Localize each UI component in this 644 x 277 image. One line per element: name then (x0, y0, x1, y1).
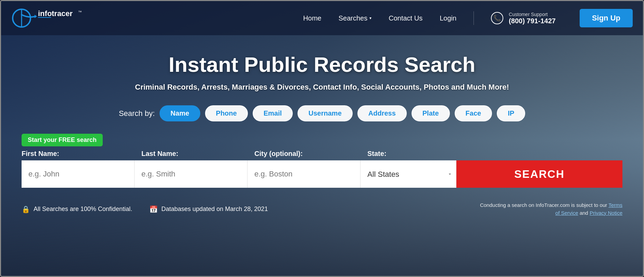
first-name-input[interactable] (22, 160, 135, 188)
search-button[interactable]: SEARCH (456, 160, 622, 188)
free-search-badge: Start your FREE search (22, 134, 103, 146)
tab-name[interactable]: Name (160, 105, 200, 121)
calendar-icon: 📅 (149, 205, 158, 213)
nav-links: Home Searches ▾ Contact Us Login 📞 Custo… (303, 9, 633, 27)
last-name-input[interactable] (135, 160, 248, 188)
label-city: City (optional): (248, 150, 361, 158)
hero-content: Instant Public Records Search Criminal R… (1, 35, 643, 128)
phone-icon: 📞 (491, 12, 503, 24)
support-label: Customer Support (509, 12, 556, 17)
svg-marker-2 (35, 15, 37, 18)
and-text: and (580, 210, 588, 216)
nav-searches[interactable]: Searches ▾ (339, 14, 372, 22)
searches-chevron: ▾ (369, 16, 371, 21)
logo-area: info tracer ™ (11, 8, 87, 28)
confidential-item: 🔒 All Searches are 100% Confidential. (22, 205, 132, 213)
nav-home[interactable]: Home (303, 14, 321, 22)
page-wrapper: info tracer ™ Home Searches ▾ Contact Us… (0, 0, 644, 277)
nav-divider (473, 11, 474, 25)
footer-right: Conducting a search on InfoTracer.com is… (479, 201, 622, 217)
svg-text:™: ™ (78, 10, 82, 14)
form-labels-row: First Name: Last Name: City (optional): … (22, 150, 622, 158)
support-info: Customer Support (800) 791-1427 (509, 12, 556, 25)
privacy-notice-link[interactable]: Privacy Notice (590, 210, 622, 216)
lock-icon: 🔒 (22, 205, 30, 213)
nav-contact[interactable]: Contact Us (389, 14, 422, 22)
tab-address[interactable]: Address (357, 105, 407, 121)
navbar: info tracer ™ Home Searches ▾ Contact Us… (1, 1, 643, 35)
footer-left: 🔒 All Searches are 100% Confidential. 📅 … (22, 205, 268, 213)
label-last-name: Last Name: (135, 150, 248, 158)
hero-title: Instant Public Records Search (15, 52, 629, 77)
tab-face[interactable]: Face (455, 105, 492, 121)
tab-plate[interactable]: Plate (412, 105, 450, 121)
tab-ip[interactable]: IP (497, 105, 525, 121)
database-item: 📅 Databases updated on March 28, 2021 (149, 205, 268, 213)
terms-text: Conducting a search on InfoTracer.com is… (480, 202, 607, 208)
support-area: 📞 Customer Support (800) 791-1427 (491, 12, 556, 25)
footer-info-row: 🔒 All Searches are 100% Confidential. 📅 … (1, 198, 643, 224)
city-input[interactable] (248, 160, 361, 188)
database-text: Databases updated on March 28, 2021 (161, 206, 268, 213)
support-number[interactable]: (800) 791-1427 (509, 17, 556, 25)
search-by-label: Search by: (119, 109, 155, 118)
logo-svg[interactable]: info tracer ™ (11, 8, 87, 28)
confidential-text: All Searches are 100% Confidential. (34, 206, 132, 213)
form-inputs-row: All States Alabama Alaska Arizona Arkans… (22, 160, 622, 188)
nav-login[interactable]: Login (440, 14, 456, 22)
signup-button[interactable]: Sign Up (580, 9, 633, 27)
state-select[interactable]: All States Alabama Alaska Arizona Arkans… (361, 160, 456, 188)
svg-text:info: info (38, 9, 52, 18)
search-form-area: Start your FREE search First Name: Last … (1, 128, 643, 198)
tab-username[interactable]: Username (298, 105, 353, 121)
tab-email[interactable]: Email (253, 105, 293, 121)
label-first-name: First Name: (22, 150, 135, 158)
tab-phone[interactable]: Phone (205, 105, 248, 121)
search-by-row: Search by: Name Phone Email Username Add… (15, 105, 629, 121)
label-state: State: (361, 150, 456, 158)
svg-text:tracer: tracer (52, 9, 73, 18)
hero-subtitle: Criminal Records, Arrests, Marriages & D… (15, 83, 629, 92)
